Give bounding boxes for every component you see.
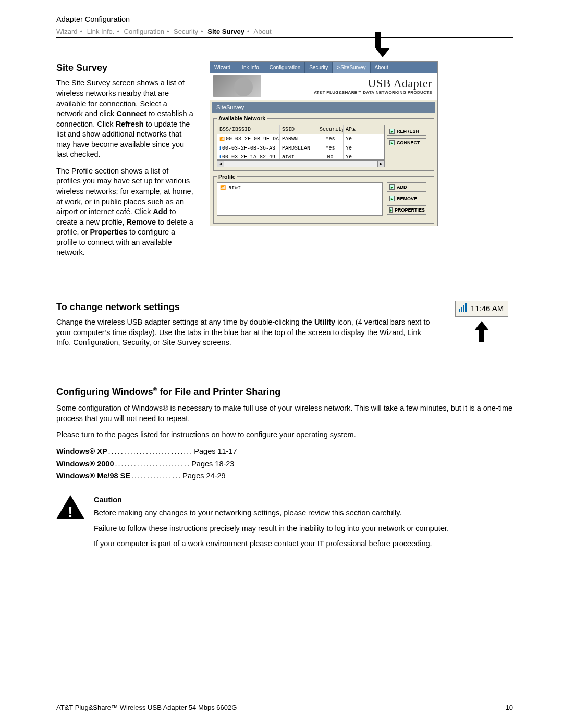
col-ssid[interactable]: SSID [280,125,317,134]
section-bar: SiteSurvey [212,102,435,113]
page-footer: AT&T Plug&Share™ Wireless USB Adapter 54… [56,703,513,712]
app-banner: USB Adapter AT&T PLUG&SHARE™ DATA NETWOR… [210,73,437,100]
winshare-paragraph-2: Please turn to the pages listed for inst… [56,430,513,440]
app-tab-bar: Wizard Link Info. Configuration Security… [210,62,437,73]
winshare-paragraph-1: Some configuration of Windows® is necess… [56,403,513,424]
scroll-track[interactable] [224,161,377,167]
configuring-windows-heading: Configuring Windows® for File and Printe… [56,386,513,398]
banner-photo [213,75,261,97]
col-security[interactable]: Security [317,125,344,134]
col-ap[interactable]: AP▲ [344,125,356,134]
caution-box: ! Caution Before making any changes to y… [56,495,513,554]
table-header: BSS/IBSSID SSID Security AP▲ [217,125,384,135]
crumb-site-survey: Site Survey [207,28,244,35]
crumb-wizard: Wizard [56,28,77,35]
connect-button[interactable]: ▸CONNECT [387,138,426,147]
site-survey-heading: Site Survey [56,61,194,74]
banner-title: USB Adapter [261,76,432,91]
refresh-button[interactable]: ▸REFRESH [387,127,426,136]
page-header-title: Adapter Configuration [56,15,513,25]
profile-item[interactable]: at&t [228,185,241,191]
network-table[interactable]: BSS/IBSSID SSID Security AP▲ 00-03-2F-0B… [217,125,385,160]
caution-triangle-icon: ! [56,495,84,520]
crumb-link-info: Link Info. [87,28,115,35]
caution-paragraph-1: Before making any changes to your networ… [94,508,449,519]
banner-subtitle: AT&T PLUG&SHARE™ DATA NETWORKING PRODUCT… [261,90,432,96]
tab-about[interactable]: About [371,62,393,73]
toc-line-me98: Windows® Me/98 SE................Pages 2… [56,471,513,482]
caution-paragraph-3: If your computer is part of a work envir… [94,539,449,549]
available-network-fieldset: Available Network BSS/IBSSID SSID Securi… [213,115,434,170]
signal-bars-icon[interactable] [459,303,467,314]
change-settings-paragraph: Change the wireless USB adapter settings… [56,317,436,348]
available-network-legend: Available Network [217,115,267,122]
caution-paragraph-2: Failure to follow these instructions pre… [94,524,449,534]
horizontal-scrollbar[interactable]: ◄ ► [217,160,385,167]
caution-title: Caution [94,495,449,505]
arrow-up-icon [474,321,489,342]
add-button[interactable]: ▸ADD [387,182,426,192]
tab-wizard[interactable]: Wizard [210,62,235,73]
footer-product: AT&T Plug&Share™ Wireless USB Adapter 54… [56,703,237,712]
tab-security[interactable]: Security [305,62,333,73]
profile-list[interactable]: at&t [217,182,383,216]
profile-fieldset: Profile at&t ▸ADD ▸REMOVE ▸PROPERTIES [213,173,434,224]
play-icon: ▸ [389,140,395,145]
profile-legend: Profile [217,173,237,180]
system-tray: 11:46 AM [455,301,508,317]
change-settings-heading: To change network settings [56,301,436,313]
crumb-about: About [254,28,272,35]
tab-site-survey[interactable]: SiteSurvey [333,62,370,73]
site-survey-paragraph-2: The Profile section shows a list of prof… [56,166,194,258]
app-window-screenshot: Wizard Link Info. Configuration Security… [210,61,438,226]
properties-button[interactable]: ▸PROPERTIES [387,205,426,215]
crumb-configuration: Configuration [124,28,164,35]
toc-line-2000: Windows® 2000........................Pag… [56,459,513,470]
toc-list: Windows® XP...........................Pa… [56,447,513,482]
site-survey-paragraph-1: The Site Survey screen shows a list of w… [56,78,194,160]
table-row[interactable]: 00-03-2F-0B-36-A3PARDSLLANYesYe [217,144,384,153]
tab-configuration[interactable]: Configuration [265,62,305,73]
play-icon: ▸ [389,129,395,134]
col-bss[interactable]: BSS/IBSSID [217,125,280,134]
table-row[interactable]: 00-03-2F-0B-9E-DAPARWNYesYe [217,134,384,144]
play-icon: ▸ [389,207,393,213]
divider [56,37,513,38]
tray-clock: 11:46 AM [471,303,504,314]
play-icon: ▸ [389,196,395,201]
scroll-left-button[interactable]: ◄ [217,161,224,167]
footer-page-number: 10 [506,703,513,712]
crumb-security: Security [174,28,198,35]
remove-button[interactable]: ▸REMOVE [387,194,426,203]
scroll-right-button[interactable]: ► [377,161,385,167]
table-row[interactable]: 00-03-2F-1A-82-49at&tNoYe [217,153,384,160]
play-icon: ▸ [389,184,395,190]
breadcrumb: Wizard• Link Info.• Configuration• Secur… [56,27,513,36]
tab-link-info[interactable]: Link Info. [235,62,265,73]
toc-line-xp: Windows® XP...........................Pa… [56,447,513,457]
